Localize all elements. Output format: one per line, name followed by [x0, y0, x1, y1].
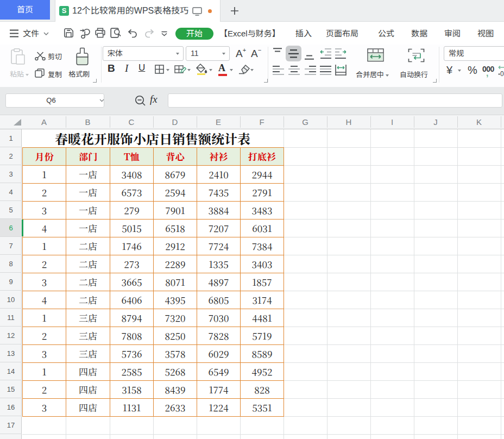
- svg-text:0: 0: [500, 70, 504, 77]
